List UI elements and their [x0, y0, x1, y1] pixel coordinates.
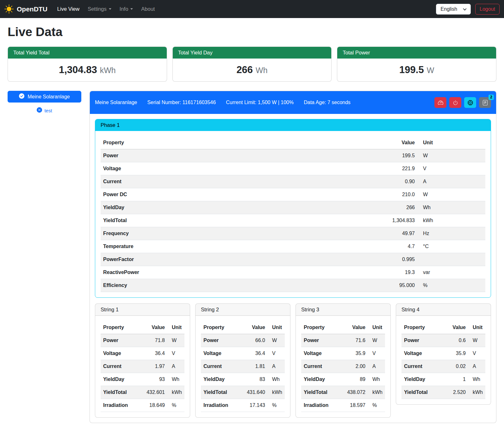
value-cell: 0.6 — [445, 334, 468, 347]
value-cell: 18.597 — [345, 399, 368, 412]
unit-cell: kWh — [167, 386, 184, 399]
value-cell: 0.02 — [445, 360, 468, 373]
logout-button[interactable]: Logout — [475, 4, 500, 15]
table-header-row: Property Value Unit — [101, 136, 485, 149]
strings-row: String 1 Property Value Unit — [95, 303, 491, 418]
property-cell: Power — [101, 334, 144, 347]
table-row: Voltage221.9V — [101, 162, 485, 175]
table-row: Voltage35.9V — [401, 347, 485, 360]
table-row: YieldTotal1,304.833kWh — [101, 214, 485, 227]
unit-cell: kWh — [268, 386, 285, 399]
chevron-down-icon — [109, 8, 111, 10]
inverter-limit: Current Limit: 1,500 W | 100% — [226, 100, 294, 105]
unit-cell: % — [368, 399, 385, 412]
property-cell: YieldTotal — [301, 386, 345, 399]
table-row: Voltage36.4V — [101, 347, 184, 360]
page-title: Live Data — [8, 25, 496, 39]
column-header-unit: Unit — [368, 321, 385, 334]
language-select[interactable]: English — [436, 4, 471, 15]
string-card-2: String 2 Property Value Unit — [195, 303, 290, 418]
brand-label: OpenDTU — [17, 5, 47, 13]
value-cell: 36.4 — [244, 347, 268, 360]
nav-settings[interactable]: Settings — [84, 3, 115, 15]
column-header-unit: Unit — [167, 321, 184, 334]
unit-cell: Wh — [368, 373, 385, 386]
card-unit: W — [427, 66, 434, 75]
property-cell: YieldDay — [301, 373, 345, 386]
value-cell: 0.90 — [376, 175, 417, 188]
property-cell: Current — [301, 360, 345, 373]
value-cell: 0.995 — [376, 253, 417, 266]
table-header-row: Property Value Unit — [201, 321, 285, 334]
value-cell: 19.3 — [376, 266, 417, 279]
property-cell: YieldDay — [401, 373, 445, 386]
value-cell: 199.5 — [376, 149, 417, 162]
brand[interactable]: OpenDTU — [4, 4, 47, 14]
value-cell: 66.0 — [244, 334, 268, 347]
column-header-property: Property — [101, 136, 376, 149]
inverter-select-test[interactable]: test — [8, 107, 81, 114]
unit-cell: Wh — [417, 201, 485, 214]
limit-settings-button[interactable] — [434, 97, 446, 108]
check-circle-icon — [19, 93, 24, 100]
card-value: 266 — [236, 64, 253, 75]
value-cell: 35.9 — [345, 347, 368, 360]
property-cell: Power — [201, 334, 244, 347]
card-value: 199.5 — [399, 64, 424, 75]
table-row: YieldDay93Wh — [101, 373, 184, 386]
unit-cell: % — [268, 399, 285, 412]
property-cell: Temperature — [101, 240, 376, 253]
total-power-card: Total Power 199.5W — [337, 47, 496, 82]
unit-cell: W — [167, 334, 184, 347]
value-cell: 1.81 — [244, 360, 268, 373]
table-row: Voltage35.9V — [301, 347, 385, 360]
phase-table: Property Value Unit Power199.5W Voltage2… — [101, 136, 485, 292]
property-cell: YieldDay — [101, 373, 144, 386]
table-header-row: Property Value Unit — [401, 321, 485, 334]
x-circle-icon — [37, 107, 42, 114]
power-settings-button[interactable] — [449, 97, 461, 108]
table-row: Current2.00A — [301, 360, 385, 373]
string-card-1: String 1 Property Value Unit — [95, 303, 190, 418]
property-cell: YieldDay — [101, 201, 376, 214]
power-icon — [453, 100, 458, 105]
table-row: YieldTotal431.640kWh — [201, 386, 285, 399]
nav-info[interactable]: Info — [115, 3, 137, 15]
inverter-select-meine-solaranlage[interactable]: Meine Solaranlage — [8, 91, 81, 103]
total-yield-total-card: Total Yield Total 1,304.83kWh — [8, 47, 167, 82]
unit-cell: Wh — [468, 373, 485, 386]
value-cell: 431.640 — [244, 386, 268, 399]
navbar-right: English Logout — [436, 4, 500, 15]
card-unit: kWh — [100, 66, 116, 75]
unit-cell: A — [268, 360, 285, 373]
table-row: Irradiation18.649% — [101, 399, 184, 412]
card-value: 1,304.83 — [59, 64, 97, 75]
table-row: Voltage36.4V — [201, 347, 285, 360]
nav-live-view[interactable]: Live View — [53, 3, 84, 15]
unit-cell: kWh — [368, 386, 385, 399]
property-cell: Voltage — [301, 347, 345, 360]
property-cell: YieldDay — [201, 373, 244, 386]
table-row: Irradiation17.143% — [201, 399, 285, 412]
table-row: Power0.6W — [401, 334, 485, 347]
unit-cell: W — [468, 334, 485, 347]
table-row: ReactivePower19.3var — [101, 266, 485, 279]
column-header-value: Value — [244, 321, 268, 334]
device-info-button[interactable] — [464, 97, 476, 108]
value-cell: 4.7 — [376, 240, 417, 253]
inverter-name: Meine Solaranlage — [95, 100, 137, 105]
table-row: Power66.0W — [201, 334, 285, 347]
inverter-label: Meine Solaranlage — [28, 94, 70, 100]
event-log-button[interactable]: 2 — [479, 97, 491, 108]
property-cell: YieldTotal — [201, 386, 244, 399]
nav-about[interactable]: About — [137, 3, 159, 15]
table-row: Power199.5W — [101, 149, 485, 162]
property-cell: YieldTotal — [101, 214, 376, 227]
property-cell: YieldTotal — [101, 386, 144, 399]
unit-cell: V — [268, 347, 285, 360]
string-title: String 2 — [196, 304, 290, 316]
summary-cards: Total Yield Total 1,304.83kWh Total Yiel… — [8, 47, 496, 82]
value-cell: 432.601 — [144, 386, 167, 399]
property-cell: Irradiation — [201, 399, 244, 412]
property-cell: Frequency — [101, 227, 376, 240]
